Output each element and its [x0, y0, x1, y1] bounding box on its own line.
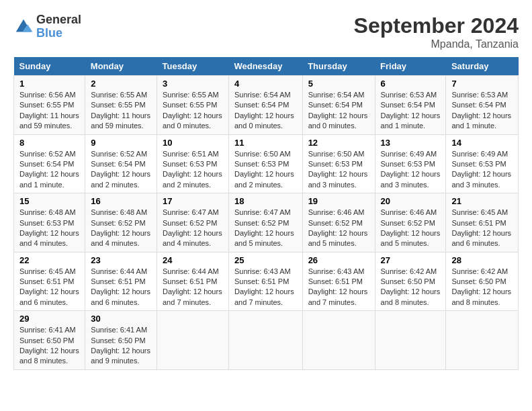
- logo-line2: Blue: [36, 27, 81, 40]
- calendar-cell: 21Sunrise: 6:45 AM Sunset: 6:51 PM Dayli…: [446, 193, 519, 253]
- calendar-cell: 5Sunrise: 6:54 AM Sunset: 6:54 PM Daylig…: [302, 76, 375, 135]
- calendar-cell: 26Sunrise: 6:43 AM Sunset: 6:51 PM Dayli…: [302, 252, 375, 311]
- week-row-5: 29Sunrise: 6:41 AM Sunset: 6:50 PM Dayli…: [14, 311, 519, 370]
- day-number: 22: [19, 255, 79, 265]
- day-number: 11: [234, 138, 297, 148]
- calendar-cell: [157, 311, 228, 370]
- month-title: September 2024: [354, 13, 519, 38]
- location: Mpanda, Tanzania: [354, 38, 519, 50]
- day-info: Sunrise: 6:48 AM Sunset: 6:52 PM Dayligh…: [91, 208, 151, 249]
- calendar-cell: 28Sunrise: 6:42 AM Sunset: 6:50 PM Dayli…: [446, 252, 519, 311]
- week-row-3: 15Sunrise: 6:48 AM Sunset: 6:53 PM Dayli…: [14, 193, 519, 253]
- day-number: 14: [451, 138, 513, 148]
- calendar-cell: 10Sunrise: 6:51 AM Sunset: 6:53 PM Dayli…: [157, 134, 228, 193]
- calendar-cell: 6Sunrise: 6:53 AM Sunset: 6:54 PM Daylig…: [375, 76, 446, 135]
- calendar-cell: 24Sunrise: 6:44 AM Sunset: 6:51 PM Dayli…: [157, 252, 228, 311]
- day-number: 28: [451, 255, 513, 265]
- weekday-header-wednesday: Wednesday: [228, 57, 302, 76]
- day-info: Sunrise: 6:42 AM Sunset: 6:50 PM Dayligh…: [381, 267, 441, 308]
- day-number: 9: [91, 138, 151, 148]
- day-number: 17: [163, 196, 223, 206]
- calendar-cell: [302, 311, 375, 370]
- day-info: Sunrise: 6:42 AM Sunset: 6:50 PM Dayligh…: [451, 267, 513, 308]
- day-info: Sunrise: 6:45 AM Sunset: 6:51 PM Dayligh…: [451, 208, 513, 249]
- day-number: 25: [234, 255, 297, 265]
- weekday-header-saturday: Saturday: [446, 57, 519, 76]
- day-number: 16: [91, 196, 151, 206]
- day-info: Sunrise: 6:44 AM Sunset: 6:51 PM Dayligh…: [163, 267, 223, 308]
- calendar-cell: 19Sunrise: 6:46 AM Sunset: 6:52 PM Dayli…: [302, 193, 375, 253]
- day-number: 10: [163, 138, 223, 148]
- day-number: 12: [308, 138, 369, 148]
- calendar-cell: [375, 311, 446, 370]
- day-info: Sunrise: 6:43 AM Sunset: 6:51 PM Dayligh…: [234, 267, 297, 308]
- calendar-cell: 13Sunrise: 6:49 AM Sunset: 6:53 PM Dayli…: [375, 134, 446, 193]
- calendar-cell: 17Sunrise: 6:47 AM Sunset: 6:52 PM Dayli…: [157, 193, 228, 253]
- day-info: Sunrise: 6:53 AM Sunset: 6:54 PM Dayligh…: [381, 90, 441, 132]
- day-info: Sunrise: 6:43 AM Sunset: 6:51 PM Dayligh…: [308, 267, 369, 308]
- day-number: 30: [91, 314, 151, 324]
- logo: General Blue: [13, 13, 81, 40]
- day-info: Sunrise: 6:49 AM Sunset: 6:53 PM Dayligh…: [451, 149, 513, 191]
- page-header: General Blue September 2024 Mpanda, Tanz…: [13, 13, 519, 50]
- calendar-cell: 29Sunrise: 6:41 AM Sunset: 6:50 PM Dayli…: [14, 311, 85, 370]
- day-info: Sunrise: 6:41 AM Sunset: 6:50 PM Dayligh…: [91, 325, 151, 367]
- day-number: 1: [19, 79, 79, 89]
- week-row-4: 22Sunrise: 6:45 AM Sunset: 6:51 PM Dayli…: [14, 252, 519, 311]
- calendar-cell: 22Sunrise: 6:45 AM Sunset: 6:51 PM Dayli…: [14, 252, 85, 311]
- weekday-header-thursday: Thursday: [302, 57, 375, 76]
- day-number: 15: [19, 196, 79, 206]
- day-number: 23: [91, 255, 151, 265]
- calendar-cell: 25Sunrise: 6:43 AM Sunset: 6:51 PM Dayli…: [228, 252, 302, 311]
- day-number: 19: [308, 196, 369, 206]
- day-number: 13: [381, 138, 441, 148]
- weekday-header-sunday: Sunday: [14, 57, 85, 76]
- day-number: 24: [163, 255, 223, 265]
- day-info: Sunrise: 6:48 AM Sunset: 6:53 PM Dayligh…: [19, 208, 79, 249]
- day-number: 20: [381, 196, 441, 206]
- calendar-cell: 2Sunrise: 6:55 AM Sunset: 6:55 PM Daylig…: [85, 76, 157, 135]
- day-number: 7: [451, 79, 513, 89]
- day-number: 3: [163, 79, 223, 89]
- day-info: Sunrise: 6:55 AM Sunset: 6:55 PM Dayligh…: [163, 90, 223, 132]
- day-info: Sunrise: 6:45 AM Sunset: 6:51 PM Dayligh…: [19, 267, 79, 308]
- day-number: 29: [19, 314, 79, 324]
- day-info: Sunrise: 6:47 AM Sunset: 6:52 PM Dayligh…: [234, 208, 297, 249]
- weekday-header-tuesday: Tuesday: [157, 57, 228, 76]
- day-number: 2: [91, 79, 151, 89]
- calendar-cell: 3Sunrise: 6:55 AM Sunset: 6:55 PM Daylig…: [157, 76, 228, 135]
- calendar-cell: [228, 311, 302, 370]
- calendar-cell: 12Sunrise: 6:50 AM Sunset: 6:53 PM Dayli…: [302, 134, 375, 193]
- calendar-cell: 23Sunrise: 6:44 AM Sunset: 6:51 PM Dayli…: [85, 252, 157, 311]
- calendar-cell: 11Sunrise: 6:50 AM Sunset: 6:53 PM Dayli…: [228, 134, 302, 193]
- logo-icon: [13, 17, 34, 37]
- calendar-cell: 4Sunrise: 6:54 AM Sunset: 6:54 PM Daylig…: [228, 76, 302, 135]
- calendar-cell: 15Sunrise: 6:48 AM Sunset: 6:53 PM Dayli…: [14, 193, 85, 253]
- day-info: Sunrise: 6:52 AM Sunset: 6:54 PM Dayligh…: [91, 149, 151, 191]
- day-info: Sunrise: 6:56 AM Sunset: 6:55 PM Dayligh…: [19, 90, 79, 132]
- day-info: Sunrise: 6:46 AM Sunset: 6:52 PM Dayligh…: [381, 208, 441, 249]
- day-number: 26: [308, 255, 369, 265]
- day-info: Sunrise: 6:46 AM Sunset: 6:52 PM Dayligh…: [308, 208, 369, 249]
- day-info: Sunrise: 6:47 AM Sunset: 6:52 PM Dayligh…: [163, 208, 223, 249]
- day-number: 18: [234, 196, 297, 206]
- day-info: Sunrise: 6:52 AM Sunset: 6:54 PM Dayligh…: [19, 149, 79, 191]
- calendar-cell: 16Sunrise: 6:48 AM Sunset: 6:52 PM Dayli…: [85, 193, 157, 253]
- day-number: 27: [381, 255, 441, 265]
- day-info: Sunrise: 6:50 AM Sunset: 6:53 PM Dayligh…: [308, 149, 369, 191]
- day-number: 4: [234, 79, 297, 89]
- logo-line1: General: [36, 13, 81, 27]
- day-info: Sunrise: 6:41 AM Sunset: 6:50 PM Dayligh…: [19, 325, 79, 367]
- day-number: 8: [19, 138, 79, 148]
- day-number: 5: [308, 79, 369, 89]
- calendar-table: SundayMondayTuesdayWednesdayThursdayFrid…: [13, 57, 519, 370]
- day-number: 6: [381, 79, 441, 89]
- calendar-cell: 14Sunrise: 6:49 AM Sunset: 6:53 PM Dayli…: [446, 134, 519, 193]
- weekday-header-monday: Monday: [85, 57, 157, 76]
- calendar-cell: [446, 311, 519, 370]
- logo-text: General Blue: [36, 13, 81, 40]
- day-info: Sunrise: 6:49 AM Sunset: 6:53 PM Dayligh…: [381, 149, 441, 191]
- calendar-cell: 8Sunrise: 6:52 AM Sunset: 6:54 PM Daylig…: [14, 134, 85, 193]
- day-info: Sunrise: 6:50 AM Sunset: 6:53 PM Dayligh…: [234, 149, 297, 191]
- calendar-cell: 1Sunrise: 6:56 AM Sunset: 6:55 PM Daylig…: [14, 76, 85, 135]
